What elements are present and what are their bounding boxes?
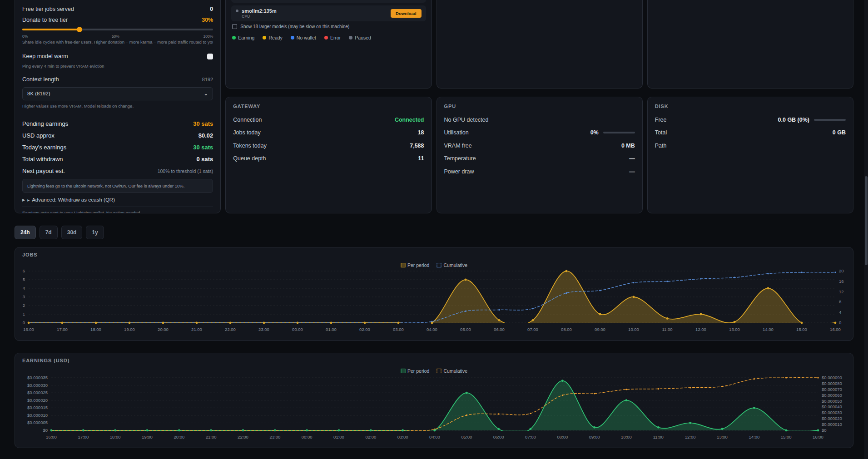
svg-text:$0.000025: $0.000025 — [27, 390, 48, 395]
svg-text:05:00: 05:00 — [460, 327, 471, 332]
svg-text:$0.000010: $0.000010 — [27, 413, 48, 418]
svg-text:4: 4 — [23, 286, 25, 291]
disk-free-label: Free — [655, 117, 778, 123]
svg-text:08:00: 08:00 — [557, 434, 568, 439]
svg-text:$0.000030: $0.000030 — [822, 410, 842, 415]
tokens-today-label: Tokens today — [233, 143, 410, 149]
advanced-withdraw-toggle[interactable]: ▶ ▸ Advanced: Withdraw as ecash (QR) — [22, 197, 213, 202]
free-tier-jobs-label: Free tier jobs served — [22, 6, 74, 12]
show-larger-models-row: Show 18 larger models (may be slow on th… — [232, 24, 425, 29]
donate-slider[interactable] — [22, 27, 213, 32]
usd-approx-row: USD approx $0.02 — [22, 132, 213, 139]
svg-text:20:00: 20:00 — [174, 434, 184, 439]
time-range-selector: 24h 7d 30d 1y — [15, 226, 853, 239]
cumulative-legend-label: Cumulative — [443, 262, 467, 268]
todays-earnings-label: Today's earnings — [22, 144, 66, 151]
svg-text:22:00: 22:00 — [225, 327, 236, 332]
gpu-utilisation-value: 0% — [590, 129, 599, 136]
scale-100: 100% — [203, 34, 213, 39]
per-period-legend-label: Per period — [407, 262, 429, 268]
svg-text:09:00: 09:00 — [589, 434, 600, 439]
svg-text:15:00: 15:00 — [781, 434, 792, 439]
jobs-today-row: Jobs today 18 — [233, 129, 424, 136]
ready-status-dot — [263, 36, 266, 39]
svg-text:$0.000050: $0.000050 — [822, 399, 842, 404]
disclosure-small-icon: ▸ — [27, 197, 30, 202]
svg-text:17:00: 17:00 — [57, 327, 68, 332]
cumulative-legend-chip — [436, 263, 441, 267]
per-period-legend-label: Per period — [407, 368, 429, 374]
range-1y-button[interactable]: 1y — [86, 226, 104, 239]
gpu-status-text: No GPU detected — [444, 117, 635, 123]
next-payout-row: Next payout est. 100% to threshold (1 sa… — [22, 167, 213, 175]
svg-text:$0.000090: $0.000090 — [822, 375, 842, 380]
show-larger-models-checkbox[interactable] — [232, 24, 237, 29]
legend-item-ready: Ready — [263, 35, 282, 40]
scrollbar-track[interactable] — [864, 0, 868, 459]
jobs-chart-legend: Per period Cumulative — [401, 262, 467, 268]
error-status-dot — [324, 36, 328, 39]
svg-text:21:00: 21:00 — [206, 434, 217, 439]
earnings-settings-panel: Free tier jobs served 0 Donate to free t… — [15, 0, 221, 213]
keep-warm-help-text: Ping every 4 min to prevent VRAM evictio… — [22, 64, 213, 69]
range-24h-button[interactable]: 24h — [15, 226, 36, 239]
svg-text:$0.000005: $0.000005 — [27, 420, 48, 425]
jobs-chart-title: JOBS — [22, 252, 853, 257]
svg-text:11:00: 11:00 — [653, 434, 664, 439]
gpu-utilisation-row: Utilisation 0% — [444, 129, 635, 136]
jobs-today-value: 18 — [418, 129, 424, 136]
svg-text:$0: $0 — [43, 428, 48, 433]
download-button[interactable]: Download — [391, 9, 421, 18]
keep-model-warm-checkbox[interactable] — [207, 54, 213, 59]
disk-panel-title: DISK — [655, 104, 846, 109]
queue-depth-label: Queue depth — [233, 155, 418, 162]
range-30d-button[interactable]: 30d — [61, 226, 83, 239]
svg-text:19:00: 19:00 — [142, 434, 153, 439]
svg-text:13:00: 13:00 — [717, 434, 728, 439]
range-7d-button[interactable]: 7d — [40, 226, 58, 239]
svg-text:$0.000020: $0.000020 — [27, 398, 48, 403]
gateway-panel-title: GATEWAY — [233, 104, 424, 109]
todays-earnings-value: 30 sats — [193, 144, 213, 151]
total-withdrawn-label: Total withdrawn — [22, 156, 63, 163]
clipped-panel-1 — [436, 0, 643, 89]
svg-text:17:00: 17:00 — [78, 434, 89, 439]
donate-label: Donate to free tier — [22, 17, 68, 23]
model-backend-label: CPU — [242, 14, 276, 19]
svg-text:0: 0 — [23, 320, 25, 325]
gateway-panel: GATEWAY Connection Connected Jobs today … — [225, 97, 432, 213]
svg-text:$0.000060: $0.000060 — [822, 393, 842, 398]
svg-text:8: 8 — [839, 300, 841, 305]
svg-text:3: 3 — [23, 294, 25, 299]
svg-text:18:00: 18:00 — [110, 434, 121, 439]
svg-text:$0.000030: $0.000030 — [27, 383, 48, 388]
cumulative-legend: Cumulative — [436, 262, 467, 268]
donate-slider-track[interactable] — [22, 29, 213, 30]
legend-label: Error — [330, 35, 341, 40]
earnings-summary: Pending earnings 30 sats USD approx $0.0… — [22, 120, 213, 175]
donate-row: Donate to free tier 30% — [22, 16, 213, 24]
context-length-select[interactable]: 8K (8192) ⌄ — [22, 87, 213, 100]
top-grid: Free tier jobs served 0 Donate to free t… — [15, 0, 853, 213]
clipped-panel-2 — [647, 0, 853, 89]
disclosure-icon: ▶ — [22, 198, 25, 202]
svg-text:23:00: 23:00 — [269, 434, 280, 439]
disk-path-row: Path — [655, 142, 846, 149]
donate-slider-thumb[interactable] — [77, 27, 82, 32]
connection-label: Connection — [233, 117, 395, 123]
temperature-value: — — [629, 155, 635, 162]
svg-text:20: 20 — [839, 268, 844, 273]
disk-free-row: Free 0.0 GB (0%) — [655, 116, 846, 123]
disk-panel: DISK Free 0.0 GB (0%) Total 0 GB Path — [647, 97, 853, 213]
svg-text:13:00: 13:00 — [729, 327, 740, 332]
disk-free-value: 0.0 GB (0%) — [778, 117, 809, 123]
svg-text:16:00: 16:00 — [23, 327, 34, 332]
context-help-text: Higher values use more VRAM. Model reloa… — [22, 104, 213, 109]
svg-text:06:00: 06:00 — [494, 327, 505, 332]
context-length-row: Context length 8192 — [22, 76, 213, 84]
scrollbar-thumb[interactable] — [865, 176, 868, 265]
svg-text:07:00: 07:00 — [525, 434, 536, 439]
donate-slider-scale: 0% 50% 100% — [22, 34, 213, 39]
scale-50: 50% — [112, 34, 119, 39]
svg-text:$0.000035: $0.000035 — [27, 375, 48, 380]
